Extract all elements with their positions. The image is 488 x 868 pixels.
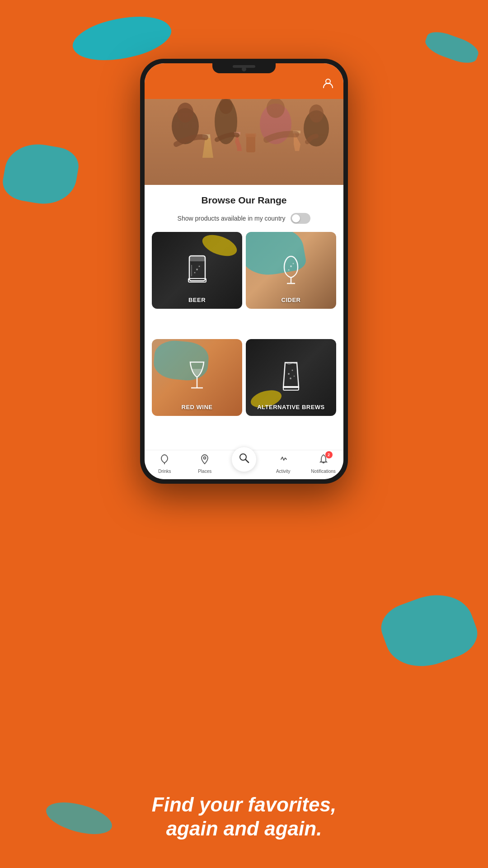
phone-notch	[212, 63, 276, 73]
hero-banner	[145, 99, 343, 185]
svg-point-31	[288, 373, 290, 375]
wine-icon	[186, 360, 208, 396]
drinks-icon	[159, 454, 170, 467]
wine-label: RED WINE	[152, 404, 242, 410]
country-toggle[interactable]	[291, 213, 310, 224]
bottom-nav: Drinks Places	[145, 450, 343, 479]
phone-mockup: Browse Our Range Show products available…	[140, 59, 348, 484]
tagline: Find your favorites, again and again.	[0, 793, 488, 841]
product-card-alt-brews[interactable]: ALTERNATIVE BREWS	[246, 339, 336, 416]
app-content: Browse Our Range Show products available…	[145, 63, 343, 479]
svg-point-19	[196, 269, 198, 270]
product-card-red-wine[interactable]: RED WINE	[152, 339, 242, 416]
browse-section: Browse Our Range Show products available…	[145, 185, 343, 232]
activity-nav-label: Activity	[276, 469, 291, 474]
search-icon	[238, 452, 250, 467]
svg-point-26	[288, 269, 289, 270]
places-icon	[199, 454, 210, 467]
product-grid: BEER	[145, 232, 343, 450]
toggle-knob	[292, 214, 300, 222]
phone-inner: Browse Our Range Show products available…	[145, 63, 343, 479]
altbrews-label: ALTERNATIVE BREWS	[246, 404, 336, 410]
svg-point-36	[204, 457, 206, 459]
nav-item-places[interactable]: Places	[191, 454, 218, 474]
product-card-cider[interactable]: CIDER	[246, 232, 336, 309]
country-filter-row: Show products available in my country	[154, 213, 334, 224]
drinks-nav-label: Drinks	[158, 469, 171, 474]
profile-button[interactable]	[322, 77, 334, 93]
browse-title: Browse Our Range	[154, 195, 334, 206]
hero-overlay	[145, 99, 343, 185]
camera-dot	[242, 67, 246, 71]
svg-point-21	[194, 272, 195, 274]
svg-point-27	[292, 263, 294, 264]
phone-frame: Browse Our Range Show products available…	[140, 59, 348, 484]
svg-point-20	[198, 266, 200, 267]
bg-splash-top-right	[422, 28, 481, 67]
notifications-badge-wrapper: 2	[318, 454, 329, 467]
svg-point-34	[294, 376, 295, 377]
cider-icon	[279, 253, 304, 288]
places-nav-label: Places	[198, 469, 211, 474]
nav-item-drinks[interactable]: Drinks	[151, 454, 178, 474]
notifications-nav-label: Notifications	[311, 469, 335, 474]
product-card-beer[interactable]: BEER	[152, 232, 242, 309]
svg-rect-17	[189, 256, 205, 261]
svg-point-33	[290, 377, 291, 379]
svg-line-38	[245, 460, 249, 463]
svg-point-32	[292, 370, 293, 371]
beer-icon	[185, 254, 210, 287]
svg-point-25	[290, 265, 292, 267]
activity-icon	[278, 454, 289, 467]
search-button[interactable]	[231, 447, 257, 472]
beer-label: BEER	[152, 297, 242, 303]
notification-count: 2	[325, 451, 333, 458]
bg-splash-left	[0, 139, 81, 209]
altbrews-icon	[280, 360, 302, 395]
bg-splash-right	[375, 583, 483, 678]
cider-label: CIDER	[246, 297, 336, 303]
toggle-label: Show products available in my country	[178, 215, 286, 222]
nav-item-notifications[interactable]: 2 Notifications	[310, 454, 337, 474]
nav-item-activity[interactable]: Activity	[270, 454, 297, 474]
